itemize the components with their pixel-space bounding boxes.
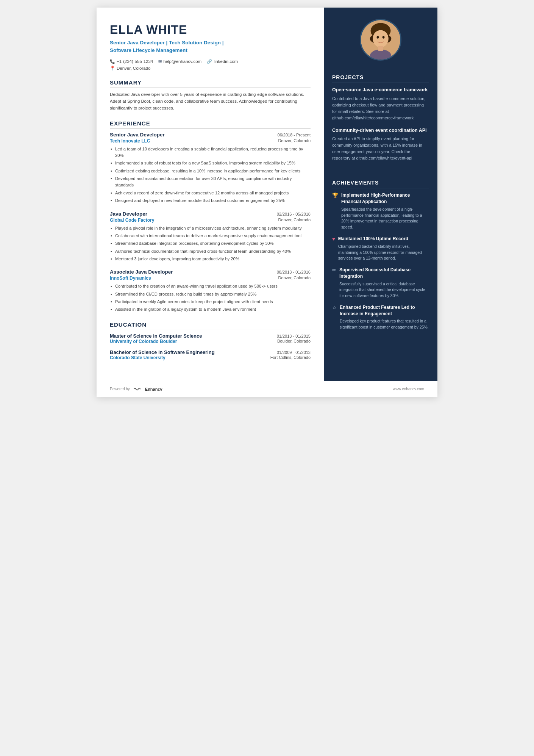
powered-by-text: Powered by — [110, 387, 130, 391]
exp-location-3: Denver, Colorado — [278, 275, 311, 281]
achievements-title: ACHIEVEMENTS — [332, 180, 429, 188]
achievement-entry-3: ✏ Supervised Successful Database Integra… — [332, 267, 429, 299]
exp-bullets-1: Led a team of 10 developers in creating … — [110, 146, 311, 204]
exp-entry-1: Senior Java Developer 06/2018 - Present … — [110, 132, 311, 204]
education-section: EDUCATION Master of Science in Computer … — [110, 321, 311, 360]
list-item: Designed and deployed a new feature modu… — [110, 197, 311, 204]
exp-entry-3: Associate Java Developer 08/2013 - 01/20… — [110, 269, 311, 313]
edu-dates-1: 01/2013 - 01/2015 — [277, 334, 311, 338]
list-item: Achieved a record of zero down-time for … — [110, 190, 311, 196]
exp-dates-3: 08/2013 - 01/2016 — [277, 270, 311, 274]
achievement-entry-2: ♥ Maintained 100% Uptime Record Champion… — [332, 236, 429, 261]
location-icon: 📍 — [110, 66, 115, 71]
list-item: Streamlined the CI/CD process, reducing … — [110, 291, 311, 297]
linkedin-item: 🔗 linkedin.com — [207, 59, 238, 64]
list-item: Developed and maintained documentation f… — [110, 175, 311, 189]
list-item: Mentored 3 junior developers, improving … — [110, 256, 311, 262]
email-item: ✉ help@enhancv.com — [158, 59, 201, 64]
candidate-name: ELLA WHITE — [110, 23, 311, 37]
project-entry-2: Community-driven event coordination API … — [332, 127, 429, 162]
exp-company-1: Tech Innovate LLC — [110, 138, 150, 144]
linkedin-icon: 🔗 — [207, 59, 212, 64]
resume-header: ELLA WHITE Senior Java Developer | Tech … — [110, 23, 311, 71]
svg-point-4 — [377, 36, 379, 39]
achievement-title-1: Implemented High-Performance Financial A… — [341, 192, 429, 205]
list-item: Contributed to the creation of an award-… — [110, 283, 311, 290]
svg-point-3 — [373, 30, 389, 47]
candidate-title: Senior Java Developer | Tech Solution De… — [110, 39, 311, 55]
brand-name: Enhancv — [145, 387, 162, 391]
list-item: Streamlined database integration process… — [110, 240, 311, 247]
achievement-entry-1: 🏆 Implemented High-Performance Financial… — [332, 192, 429, 230]
edu-entry-2: Bachelor of Science in Software Engineer… — [110, 349, 311, 360]
project-name-1: Open-source Java e-commerce framework — [332, 87, 429, 94]
projects-section: PROJECTS Open-source Java e-commerce fra… — [324, 68, 437, 174]
list-item: Participated in weekly Agile ceremonies … — [110, 299, 311, 305]
star-icon: ☆ — [332, 305, 337, 330]
list-item: Collaborated with international teams to… — [110, 233, 311, 239]
exp-company-3: InnoSoft Dynamics — [110, 275, 151, 281]
project-desc-2: Created an API to simplify event plannin… — [332, 136, 429, 161]
enhancv-logo-icon — [132, 387, 143, 392]
list-item: Authored technical documentation that im… — [110, 248, 311, 255]
svg-rect-7 — [378, 46, 383, 51]
edu-dates-2: 01/2009 - 01/2013 — [277, 350, 311, 355]
list-item: Optimized existing codebase, resulting i… — [110, 168, 311, 174]
project-desc-1: Contributed to a Java-based e-commerce s… — [332, 95, 429, 121]
edu-school-1: University of Colorado Boulder — [110, 339, 177, 344]
svg-point-5 — [383, 36, 385, 39]
experience-section: EXPERIENCE Senior Java Developer 06/2018… — [110, 120, 311, 313]
exp-dates-1: 06/2018 - Present — [278, 133, 311, 137]
exp-location-1: Denver, Colorado — [278, 138, 311, 144]
exp-title-3: Associate Java Developer — [110, 269, 173, 275]
achievement-desc-3: Successfully supervised a critical datab… — [339, 281, 429, 299]
footer-website: www.enhancv.com — [393, 387, 424, 391]
exp-entry-2: Java Developer 02/2016 - 05/2018 Global … — [110, 211, 311, 263]
project-entry-1: Open-source Java e-commerce framework Co… — [332, 87, 429, 121]
achievement-title-3: Supervised Successful Database Integrati… — [339, 267, 429, 280]
list-item: Led a team of 10 developers in creating … — [110, 146, 311, 159]
edu-school-2: Colorado State University — [110, 355, 166, 360]
summary-text: Dedicated Java developer with over 5 yea… — [110, 91, 311, 112]
achievement-desc-2: Championed backend stability initiatives… — [338, 244, 429, 261]
phone-item: 📞 +1-(234)-555-1234 — [110, 59, 153, 64]
edu-entry-1: Master of Science in Computer Science 01… — [110, 333, 311, 344]
list-item: Implemented a suite of robust tests for … — [110, 160, 311, 166]
achievement-entry-4: ☆ Enhanced Product Features Led to Incre… — [332, 304, 429, 330]
achievement-desc-4: Developed key product features that resu… — [340, 318, 429, 330]
project-name-2: Community-driven event coordination API — [332, 127, 429, 134]
pencil-icon: ✏ — [332, 267, 336, 299]
exp-company-2: Global Code Factory — [110, 218, 154, 223]
list-item: Assisted in the migration of a legacy sy… — [110, 306, 311, 313]
location-item: 📍 Denver, Colorado — [110, 66, 311, 71]
page-footer: Powered by Enhancv www.enhancv.com — [97, 381, 437, 397]
summary-section: SUMMARY Dedicated Java developer with ov… — [110, 79, 311, 112]
education-title: EDUCATION — [110, 321, 311, 330]
achievement-desc-1: Spearheaded the development of a high-pe… — [341, 207, 429, 230]
edu-location-2: Fort Collins, Colorado — [270, 355, 311, 360]
exp-bullets-2: Played a pivotal role in the integration… — [110, 225, 311, 263]
exp-location-2: Denver, Colorado — [278, 218, 311, 223]
footer-left: Powered by Enhancv — [110, 387, 162, 392]
exp-title-2: Java Developer — [110, 211, 147, 217]
contact-info: 📞 +1-(234)-555-1234 ✉ help@enhancv.com 🔗… — [110, 59, 311, 64]
projects-title: PROJECTS — [332, 74, 429, 83]
exp-title-1: Senior Java Developer — [110, 132, 165, 138]
experience-title: EXPERIENCE — [110, 120, 311, 129]
achievement-title-4: Enhanced Product Features Led to Increas… — [340, 304, 429, 317]
photo-area — [324, 8, 437, 68]
right-sidebar: PROJECTS Open-source Java e-commerce fra… — [324, 8, 437, 381]
avatar — [360, 19, 401, 61]
edu-degree-2: Bachelor of Science in Software Engineer… — [110, 349, 215, 355]
heart-icon: ♥ — [332, 236, 335, 261]
list-item: Played a pivotal role in the integration… — [110, 225, 311, 232]
exp-bullets-3: Contributed to the creation of an award-… — [110, 283, 311, 313]
phone-icon: 📞 — [110, 59, 115, 64]
trophy-icon: 🏆 — [332, 193, 338, 230]
achievements-section: ACHIEVEMENTS 🏆 Implemented High-Performa… — [324, 174, 437, 342]
avatar-image — [361, 19, 400, 61]
exp-dates-2: 02/2016 - 05/2018 — [277, 212, 311, 216]
summary-title: SUMMARY — [110, 79, 311, 88]
edu-degree-1: Master of Science in Computer Science — [110, 333, 202, 339]
edu-location-1: Boulder, Colorado — [277, 339, 311, 344]
